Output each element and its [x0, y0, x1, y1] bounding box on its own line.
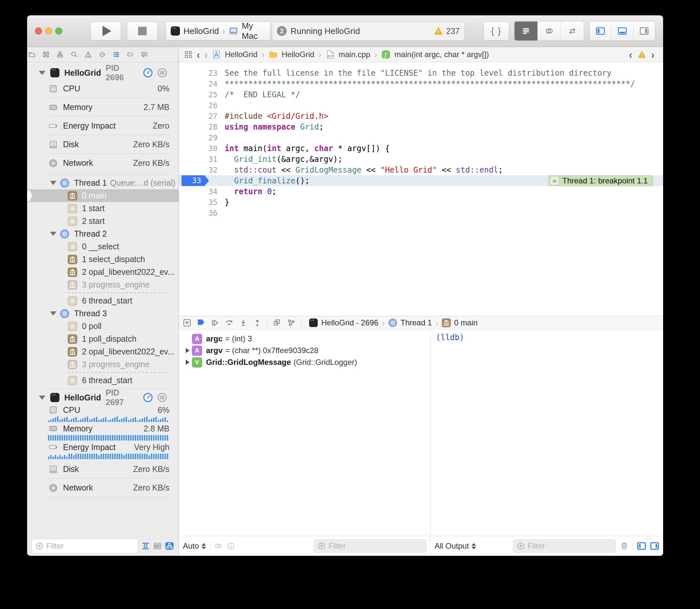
gauge-row-energy-impact[interactable]: Energy ImpactZero	[27, 117, 178, 135]
breadcrumb-group[interactable]: HelloGrid	[282, 50, 314, 59]
stack-frame-row[interactable]: 1 poll_dispatch	[27, 333, 178, 345]
disclosure-triangle-icon[interactable]	[50, 311, 56, 316]
disclosure-triangle-icon[interactable]	[183, 348, 192, 353]
find-navigator-icon[interactable]	[70, 51, 78, 58]
activity-viewer[interactable]: 2 Running HelloGrid 237	[272, 21, 465, 40]
code-line[interactable]: 24**************************************…	[179, 78, 663, 89]
flat-view-toggle-icon[interactable]	[141, 542, 150, 550]
breakpoint-menu-icon[interactable]: ≡	[550, 176, 559, 185]
breakpoint-annotation[interactable]: ≡Thread 1: breakpoint 1.1	[548, 175, 653, 186]
line-number[interactable]: 29	[179, 134, 225, 142]
related-items-icon[interactable]	[184, 50, 193, 59]
thread-row[interactable]: Thread 1Queue:...d (serial)	[27, 177, 178, 189]
gauge-row-disk[interactable]: DiskZero KB/s	[27, 135, 178, 154]
code-line[interactable]: 36	[179, 208, 663, 218]
location-frame[interactable]: 0 main	[454, 318, 478, 327]
stack-frame-row[interactable]: 2 start	[27, 215, 178, 227]
breadcrumb-symbol[interactable]: main(int argc, char * argv[])	[394, 50, 489, 59]
line-number-breakpoint[interactable]: 33	[182, 175, 209, 186]
stack-frame-row[interactable]: 1 start	[27, 202, 178, 215]
disclosure-triangle-icon[interactable]	[39, 396, 45, 400]
code-line[interactable]: 23See the full license in the file "LICE…	[179, 68, 663, 78]
variable-row[interactable]: VGrid::GridLogMessage(Grid::GridLogger)	[179, 356, 430, 368]
stack-frame-row[interactable]: 6 thread_start	[27, 294, 178, 307]
hide-debug-area-button[interactable]	[183, 318, 191, 327]
line-number[interactable]: 34	[179, 187, 225, 196]
thread-row[interactable]: Thread 2	[27, 227, 178, 240]
toggle-debug-area-button[interactable]	[611, 21, 633, 40]
line-number[interactable]: 26	[179, 101, 225, 110]
process-row[interactable]: HelloGridPID 2697	[27, 391, 178, 404]
code-line[interactable]: 27#include <Grid/Grid.h>	[179, 111, 663, 121]
version-editor-button[interactable]	[561, 21, 584, 40]
info-icon[interactable]	[226, 542, 235, 550]
variable-row[interactable]: Aargc= (int) 3	[179, 333, 430, 345]
issue-navigator-icon[interactable]	[85, 51, 92, 58]
gauge-row-cpu[interactable]: CPU6%	[27, 404, 178, 423]
breadcrumb-project[interactable]: HelloGrid	[225, 50, 258, 59]
breakpoint-navigator-icon[interactable]	[127, 51, 134, 58]
clear-console-button[interactable]	[620, 541, 629, 551]
line-number[interactable]: 24	[179, 80, 225, 88]
standard-editor-button[interactable]	[515, 21, 537, 40]
symbol-navigator-icon[interactable]	[56, 51, 64, 58]
line-number[interactable]: 31	[179, 155, 225, 163]
line-number[interactable]: 27	[179, 112, 225, 120]
line-number[interactable]: 28	[179, 123, 225, 131]
console-scope-selector[interactable]: All Output	[434, 541, 476, 551]
step-over-button[interactable]	[225, 318, 234, 327]
gauge-row-disk[interactable]: DiskZero KB/s	[27, 460, 178, 478]
close-window-button[interactable]	[35, 28, 42, 35]
stack-frame-row[interactable]: 3 progress_engine	[27, 358, 178, 371]
variables-scope-selector[interactable]: Auto	[183, 541, 206, 551]
line-number[interactable]: 35	[179, 198, 225, 207]
variables-filter-field[interactable]: Filter	[314, 539, 426, 553]
navigator-filter-field[interactable]: Filter	[32, 539, 138, 553]
breakpoints-toggle-button[interactable]	[197, 318, 205, 327]
gauge-row-energy-impact[interactable]: Energy ImpactVery High	[27, 441, 178, 460]
toggle-inspector-button[interactable]	[633, 21, 655, 40]
location-process[interactable]: HelloGrid - 2696	[321, 318, 378, 327]
view-frame-toggle-icon[interactable]	[153, 542, 161, 550]
code-line[interactable]: 26	[179, 100, 663, 111]
gauge-row-network[interactable]: NetworkZero KB/s	[27, 478, 178, 497]
code-area[interactable]: 23See the full license in the file "LICE…	[179, 62, 663, 316]
line-number[interactable]: 30	[179, 144, 225, 153]
disclosure-triangle-icon[interactable]	[183, 360, 192, 365]
next-issue-button[interactable]: ›	[651, 49, 655, 60]
code-line[interactable]: 29	[179, 132, 663, 143]
stack-frame-row[interactable]: 2 opal_libevent2022_ev...	[27, 345, 178, 358]
line-number[interactable]: 32	[179, 166, 225, 174]
code-line[interactable]: 35}	[179, 197, 663, 208]
project-navigator-icon[interactable]	[29, 51, 36, 58]
stack-frame-row[interactable]: 3 progress_engine	[27, 278, 178, 291]
line-number[interactable]: 23	[179, 69, 225, 77]
stack-frame-row[interactable]: 0 main	[27, 189, 178, 202]
console-filter-field[interactable]: Filter	[513, 539, 616, 553]
step-into-button[interactable]	[239, 318, 247, 327]
disclosure-triangle-icon[interactable]	[39, 71, 45, 75]
run-button[interactable]	[90, 21, 121, 40]
stack-frame-row[interactable]: 0 __select	[27, 240, 178, 253]
report-navigator-icon[interactable]	[141, 51, 148, 58]
code-line[interactable]: 25/* END LEGAL */	[179, 89, 663, 100]
thread-row[interactable]: Thread 3	[27, 307, 178, 320]
process-row[interactable]: HelloGridPID 2696	[27, 66, 178, 79]
memory-graph-button[interactable]	[287, 318, 295, 327]
code-line[interactable]: 33 Grid_finalize();≡Thread 1: breakpoint…	[179, 175, 663, 186]
show-console-toggle[interactable]	[650, 541, 659, 551]
gauge-row-memory[interactable]: Memory2.7 MB	[27, 98, 178, 117]
stack-frame-row[interactable]: 1 select_dispatch	[27, 253, 178, 266]
view-hierarchy-button[interactable]	[273, 318, 281, 327]
back-button[interactable]: ‹	[197, 49, 200, 60]
minimize-window-button[interactable]	[45, 28, 52, 35]
source-control-navigator-icon[interactable]	[42, 51, 50, 58]
stop-button[interactable]	[127, 21, 158, 40]
console-output[interactable]: (lldb)	[431, 330, 663, 536]
line-number[interactable]: 36	[179, 209, 225, 218]
process-hierarchy-toggle-icon[interactable]	[165, 541, 174, 551]
assistant-editor-button[interactable]	[537, 21, 561, 40]
code-line[interactable]: 31 Grid_init(&argc,&argv);	[179, 154, 663, 164]
stack-frame-row[interactable]: 2 opal_libevent2022_ev...	[27, 266, 178, 278]
code-snippets-button[interactable]: { }	[483, 21, 509, 40]
